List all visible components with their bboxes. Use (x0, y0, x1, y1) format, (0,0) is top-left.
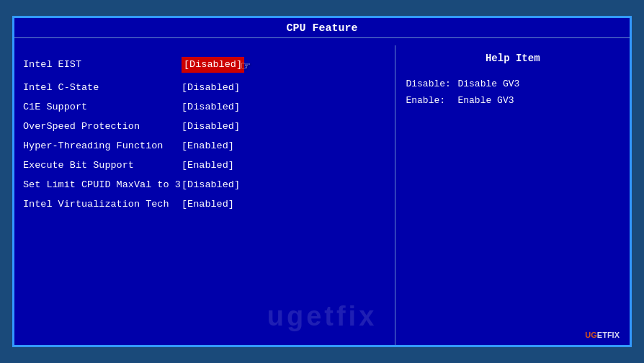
help-line-1: Enable:Enable GV3 (406, 92, 620, 109)
setting-value-7: [Enabled] (182, 197, 234, 213)
badge-ug: UG (585, 331, 597, 339)
setting-name-4: Hyper-Threading Function (23, 138, 182, 155)
setting-value-2: [Disabled] (182, 99, 240, 116)
setting-name-6: Set Limit CPUID MaxVal to 3 (23, 177, 182, 194)
setting-name-2: C1E Support (23, 99, 182, 116)
bios-row-2[interactable]: C1E Support[Disabled] (23, 98, 386, 117)
setting-value-4: [Enabled] (182, 138, 234, 155)
setting-name-5: Execute Bit Support (23, 158, 182, 174)
bios-row-5[interactable]: Execute Bit Support[Enabled] (23, 156, 386, 176)
ugetfix-badge: UGETFIX (585, 331, 620, 339)
setting-name-0: Intel EIST (23, 57, 182, 73)
bios-row-3[interactable]: OverSpeed Protection[Disabled] (23, 117, 386, 137)
bios-row-1[interactable]: Intel C-State[Disabled] (23, 79, 386, 98)
right-panel: Help Item Disable:Disable GV3Enable:Enab… (395, 45, 630, 345)
bios-row-6[interactable]: Set Limit CPUID MaxVal to 3[Disabled] (23, 176, 386, 195)
help-line-0: Disable:Disable GV3 (406, 76, 620, 92)
screen-title: CPU Feature (14, 18, 630, 38)
main-content: Intel EIST[Disabled]☞Intel C-State[Disab… (14, 38, 630, 345)
bios-row-7[interactable]: Intel Virtualization Tech[Enabled] (23, 195, 386, 215)
setting-value-1: [Disabled] (182, 80, 240, 97)
bios-row-4[interactable]: Hyper-Threading Function[Enabled] (23, 137, 386, 156)
setting-value-0: [Disabled] (182, 57, 244, 73)
help-desc-0: Disable GV3 (457, 79, 519, 89)
setting-value-5: [Enabled] (182, 158, 234, 174)
setting-name-3: OverSpeed Protection (23, 119, 182, 135)
setting-name-1: Intel C-State (23, 80, 182, 97)
help-desc-1: Enable GV3 (457, 95, 514, 106)
setting-value-6: [Disabled] (182, 177, 240, 194)
help-label-0: Disable: (406, 76, 457, 92)
help-content: Disable:Disable GV3Enable:Enable GV3 (406, 76, 620, 109)
badge-etfix: ETFIX (597, 331, 620, 339)
bios-screen: CPU Feature Intel EIST[Disabled]☞Intel C… (12, 16, 632, 347)
help-title: Help Item (406, 53, 620, 64)
setting-value-3: [Disabled] (182, 119, 240, 135)
setting-name-7: Intel Virtualization Tech (23, 197, 182, 213)
bios-row-0[interactable]: Intel EIST[Disabled]☞ (23, 51, 386, 79)
help-label-1: Enable: (406, 92, 457, 109)
left-panel: Intel EIST[Disabled]☞Intel C-State[Disab… (14, 45, 395, 345)
cursor-hand-icon: ☞ (241, 55, 250, 79)
